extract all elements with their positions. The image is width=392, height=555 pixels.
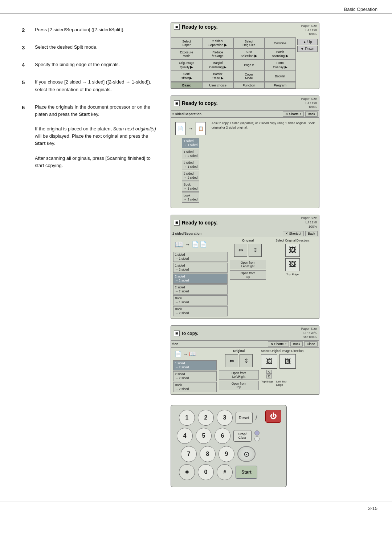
lcd-btn-cover[interactable]: CoverMode — [233, 71, 265, 82]
lcd3-page-icons: 📄 📄 — [192, 241, 207, 248]
lcd3-open-top-btn[interactable]: Open fromtop — [230, 270, 266, 280]
keypad-5[interactable]: 5 — [196, 428, 212, 444]
keypad-reset-btn[interactable]: Reset — [236, 412, 253, 424]
keypad-8[interactable]: 8 — [200, 446, 216, 462]
lcd4-img-sub-btns: A 🖺 — [266, 370, 272, 378]
lcd2-mode-book-1-sided[interactable]: Book→ 1 sided — [182, 182, 199, 192]
lcd-tab-function[interactable]: Function — [233, 82, 265, 89]
lcd-btn-auto-select[interactable]: AutoSelection ▶ — [233, 49, 265, 60]
lcd4-mode-2s-2s[interactable]: 2 sided→ 2 sided — [173, 371, 217, 381]
keypad-9[interactable]: 9 — [219, 446, 234, 462]
lcd-btn-select-origsize[interactable]: SelectOrig.Size — [233, 38, 265, 49]
lcd4-open-top-btn[interactable]: Open fromtop — [219, 381, 259, 390]
lcd-btn-batch-scan[interactable]: BatchScanning ▶ — [265, 49, 296, 60]
lcd4-open-lr-btn[interactable]: Open fromLeft/Right — [219, 370, 259, 380]
lcd-panel-2: ▣ Ready to copy. Paper Size LJ 11x8 100%… — [171, 96, 319, 208]
step-number-4: 4 — [22, 61, 30, 68]
keypad-2[interactable]: 2 — [198, 410, 214, 426]
keypad-hash[interactable]: # — [217, 464, 233, 480]
lcd3-img-btn-2[interactable]: 🖼 — [285, 258, 300, 271]
lcd4-back-btn[interactable]: Back — [290, 341, 303, 347]
lcd-btn-booklet[interactable]: Booklet — [265, 71, 296, 82]
lcd-btn-border[interactable]: BorderErase ▶ — [202, 71, 233, 82]
lcd-btn-sort[interactable]: Sort/Offset ▶ — [171, 71, 202, 82]
lcd2-mode-2-sided-2-sided[interactable]: 2 sided→ 2 sided — [182, 171, 199, 181]
lcd-tab-program[interactable]: Program — [265, 82, 296, 89]
lcd3-edge-label: Top Edge — [286, 273, 299, 276]
lcd4-sub-btn-2[interactable]: 🖺 — [266, 374, 272, 378]
lcd2-mode-book-2-sided[interactable]: book→ 2 sided — [182, 193, 199, 203]
lcd2-split-list: 1 sided→ 1 sided 1 sided→ 2 sided 2 side… — [182, 138, 199, 204]
keypad-start-large[interactable]: ⊙ — [237, 446, 256, 462]
step-number-6: 6 — [22, 104, 30, 110]
keypad-4[interactable]: 4 — [177, 428, 193, 444]
keypad-star[interactable]: ✱ — [179, 464, 195, 480]
lcd4-ready-text: ▣ to copy. — [174, 331, 198, 336]
keypad-indicator-dot2 — [254, 436, 260, 441]
lcd-btn-form-overlay[interactable]: FormOverlay ▶ — [265, 60, 296, 70]
lcd4-img-btn-2[interactable]: 🖼 — [279, 354, 296, 369]
keypad-power-btn[interactable]: ⏻ — [265, 410, 281, 423]
lcd2-mode-1-sided-1-sided[interactable]: 1 sided→ 1 sided — [182, 138, 199, 148]
keypad-3[interactable]: 3 — [217, 410, 233, 426]
lcd-btn-2sided-sep[interactable]: 2 sided/Separation ▶ — [202, 38, 233, 49]
lcd4-shortcut-btn[interactable]: ✕ Shortcut — [268, 341, 289, 347]
lcd3-mode-book-2s[interactable]: Book→ 2 sided — [173, 306, 228, 316]
lcd4-sub-header: tion ✕ Shortcut Back Close — [171, 341, 319, 348]
lcd-btn-orig-image[interactable]: Orig.ImageQuality ▶ — [171, 60, 202, 70]
keypad-7[interactable]: 7 — [181, 446, 197, 462]
keypad-6[interactable]: 6 — [215, 428, 230, 444]
lcd3-mode-1s-1s[interactable]: 1 sided→ 1 sided — [173, 252, 228, 262]
lcd3-mode-2s-2s[interactable]: 2 sided→ 2 sided — [173, 284, 228, 295]
lcd4-direction-btns: ⇔ ⇕ — [225, 354, 253, 367]
lcd3-img-btn-1[interactable]: 🖼 — [285, 244, 300, 257]
lcd-btn-reduce[interactable]: Reduce/Enlarge — [202, 49, 233, 60]
lcd4-mode-1s-2s[interactable]: 1 sided→ 2 sided — [173, 360, 217, 370]
lcd-btn-select-paper[interactable]: SelectPaper — [171, 38, 202, 49]
lcd-btn-margin[interactable]: Margin/Centering ▶ — [202, 60, 233, 70]
step-number-5: 5 — [22, 78, 30, 85]
keypad: 1 2 3 Reset / 4 5 6 Stop/Clear — [171, 405, 287, 487]
keypad-row-3: 7 8 9 ⊙ — [177, 446, 260, 462]
lcd2-shortcut-btn[interactable]: ✕ Shortcut — [283, 112, 304, 117]
lcd3-mode-2s-1s[interactable]: 2 sided→ 1 sided — [173, 274, 228, 284]
lcd-btn-page[interactable]: Page # — [233, 60, 265, 70]
lcd3-open-lr-btn[interactable]: Open fromLeft/Right — [230, 260, 266, 269]
lcd4-mode-book-2s[interactable]: Book→ 2 sided — [173, 382, 217, 392]
lcd-down-btn[interactable]: ▼ Down — [297, 46, 318, 52]
lcd3-split-list: 1 sided→ 1 sided 1 sided→ 2 sided 2 side… — [173, 252, 228, 317]
lcd-up-down-btns: ▲ Up ▼ Down — [297, 39, 318, 52]
lcd4-dir-topbottom[interactable]: ⇕ — [240, 354, 253, 367]
keypad-slash-icon: / — [256, 414, 258, 422]
lcd-tab-user-choice[interactable]: User choice — [202, 82, 233, 89]
lcd4-sub-btn-1[interactable]: A — [266, 370, 272, 374]
lcd-tabs-1: Basic User choice Function Program — [171, 82, 296, 89]
keypad-stop-btn[interactable]: Stop/Clear — [233, 430, 252, 442]
lcd3-mode-1s-2s[interactable]: 1 sided→ 2 sided — [173, 263, 228, 273]
lcd3-img-btns: 🖼 🖼 — [285, 244, 300, 271]
lcd3-back-btn[interactable]: Back — [305, 231, 318, 236]
lcd3-shortcut-btn[interactable]: ✕ Shortcut — [283, 231, 304, 236]
lcd-paper-size-1: Paper Size LJ 11x8 100% — [301, 24, 317, 37]
keypad-1[interactable]: 1 — [179, 410, 195, 426]
lcd4-img-btn-1[interactable]: 🖼 — [261, 354, 277, 369]
keypad-0[interactable]: 0 — [198, 464, 214, 480]
lcd4-close-btn[interactable]: Close — [304, 341, 318, 347]
lcd4-printer-icon: ▣ — [174, 331, 180, 336]
lcd2-mode-1-sided-2-sided[interactable]: 1 sided→ 2 sided — [182, 149, 199, 159]
lcd-btn-exposure[interactable]: ExposureMode — [171, 49, 202, 60]
lcd4-dir-leftright[interactable]: ⇔ — [225, 354, 238, 367]
lcd3-dir-topbottom[interactable]: ⇕ — [249, 244, 262, 257]
keypad-row-2: 4 5 6 Stop/Clear — [177, 428, 260, 444]
lcd2-back-btn[interactable]: Back — [305, 112, 318, 117]
keypad-start-btn[interactable]: Start — [236, 466, 257, 479]
lcd-panel-3: ▣ Ready to copy. Paper Size LJ 11x8 100%… — [171, 215, 319, 319]
lcd4-original-label: Original — [233, 349, 245, 353]
lcd2-mode-2-sided-1-sided[interactable]: 2 sided→ 1 sided — [182, 160, 199, 170]
lcd-btn-combine[interactable]: Combine — [265, 38, 296, 49]
lcd3-dir-leftright[interactable]: ⇔ — [234, 244, 247, 257]
lcd-up-btn[interactable]: ▲ Up — [297, 39, 318, 45]
lcd-tab-basic[interactable]: Basic — [171, 82, 202, 89]
lcd3-mode-book-1s[interactable]: Book→ 1 sided — [173, 295, 228, 305]
keypad-num-section: 1 2 3 Reset / 4 5 6 Stop/Clear — [177, 410, 260, 482]
